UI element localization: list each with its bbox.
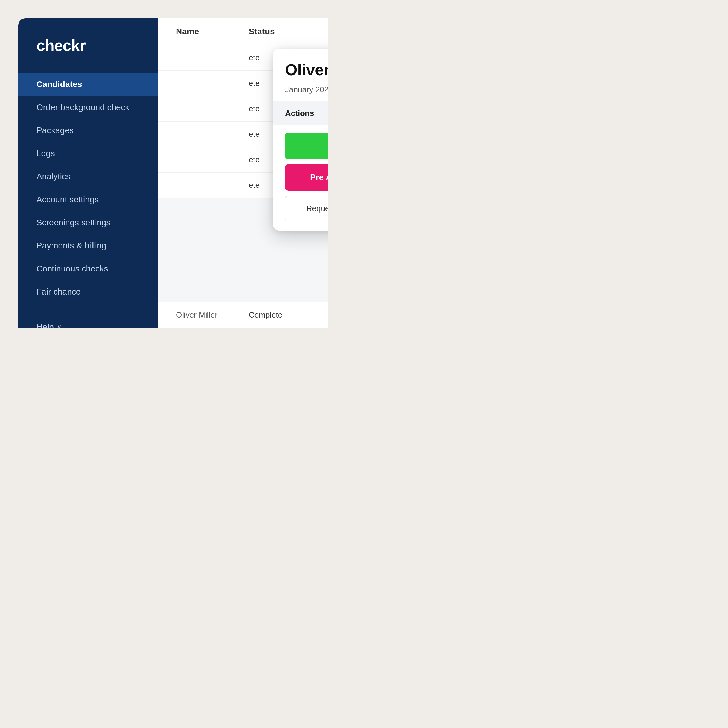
actions-title: Actions (285, 109, 327, 118)
sidebar-item-packages[interactable]: Packages (18, 119, 158, 142)
sidebar-item-account-settings[interactable]: Account settings (18, 188, 158, 211)
app-logo: checkr (18, 37, 158, 73)
bottom-row-status: Complete (249, 310, 309, 320)
actions-section: Actions (273, 101, 327, 125)
chevron-down-icon: ∨ (57, 323, 61, 327)
sidebar-item-candidates[interactable]: Candidates (18, 73, 158, 96)
col-status-header: Status (249, 27, 309, 37)
sidebar-item-help[interactable]: Help ∨ (18, 315, 158, 327)
candidate-name: Oliver Miller (285, 61, 327, 79)
candidate-bottom-row[interactable]: Oliver Miller Complete (158, 302, 327, 327)
sidebar-item-logs[interactable]: Logs (18, 142, 158, 165)
actions-buttons: Engage Pre Adverse Action Request candid… (273, 125, 327, 222)
candidate-modal: Oliver Miller January 2024 ? Review Acti… (273, 49, 327, 231)
modal-header: Oliver Miller January 2024 ? Review (273, 49, 327, 101)
sidebar-item-order-background-check[interactable]: Order background check (18, 96, 158, 119)
table-header: Name Status (158, 18, 327, 45)
col-name-header: Name (176, 27, 249, 37)
sidebar-item-analytics[interactable]: Analytics (18, 165, 158, 188)
sidebar: checkr Candidates Order background check… (18, 18, 158, 327)
bottom-row-name: Oliver Miller (176, 310, 249, 320)
sidebar-item-continuous-checks[interactable]: Continuous checks (18, 257, 158, 280)
content-area: Name Status ete ete ete ete et (158, 18, 327, 327)
sidebar-item-fair-chance[interactable]: Fair chance (18, 280, 158, 303)
sidebar-item-screenings-settings[interactable]: Screenings settings (18, 211, 158, 234)
engage-button[interactable]: Engage (285, 133, 327, 159)
request-candidate-story-button[interactable]: Request candidate story (285, 196, 327, 222)
candidate-date: January 2024 (285, 85, 327, 94)
sidebar-item-payments-billing[interactable]: Payments & billing (18, 234, 158, 257)
candidate-meta: January 2024 ? Review (285, 84, 327, 95)
pre-adverse-action-button[interactable]: Pre Adverse Action (285, 164, 327, 191)
help-label: Help (37, 322, 54, 327)
